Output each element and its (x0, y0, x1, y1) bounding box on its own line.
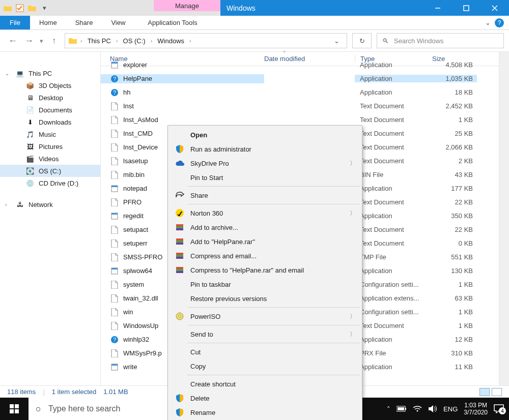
nav-item[interactable]: 🖥Desktop (0, 92, 100, 104)
file-row[interactable]: Inst Text Document 2,452 KB (101, 99, 509, 113)
ribbon-collapse-icon[interactable]: ⌄ (485, 19, 491, 26)
breadcrumb-item[interactable]: This PC (86, 37, 113, 45)
context-menu-item[interactable]: Compress and email... (169, 249, 361, 263)
clock[interactable]: 1:03 PM 3/7/2020 (464, 402, 488, 416)
shield-icon (174, 393, 185, 404)
file-row[interactable]: ?hh Application 18 KB (101, 85, 509, 99)
context-menu-item[interactable]: Share (169, 188, 361, 202)
file-type: Application (355, 336, 432, 343)
context-menu-label: Copy (190, 363, 361, 370)
wifi-icon[interactable] (413, 405, 422, 412)
ribbon-context-tab-manage[interactable]: Manage (154, 0, 220, 11)
file-name: splwow64 (123, 267, 152, 275)
rar-icon (174, 250, 185, 261)
checkbox-icon[interactable] (15, 4, 24, 13)
nav-item[interactable]: 🎬Videos (0, 153, 100, 165)
up-button[interactable]: ↑ (48, 35, 60, 46)
nav-item[interactable]: 💽OS (C:) (0, 165, 100, 177)
svg-rect-12 (111, 213, 118, 215)
ribbon-tab-application-tools[interactable]: Application Tools (138, 16, 206, 29)
back-button[interactable]: ← (7, 35, 18, 46)
file-size: 12 KB (432, 336, 477, 343)
nav-this-pc[interactable]: ⌄ 💻 This PC (0, 67, 100, 79)
nav-item[interactable]: 🖼Pictures (0, 140, 100, 153)
context-menu-item[interactable]: Add to "HelpPane.rar" (169, 234, 361, 249)
file-row[interactable]: Inst_AsMod Text Document 1 KB (101, 113, 509, 127)
file-icon (110, 321, 119, 331)
pc-icon: 💻 (15, 70, 24, 77)
context-menu-label: Open (190, 131, 361, 139)
context-menu-item[interactable]: Send to 〉 (169, 327, 361, 341)
context-menu-item[interactable]: Norton 360 〉 (169, 206, 361, 220)
context-menu-item[interactable]: Add to archive... (169, 220, 361, 234)
nav-item[interactable]: ⬇Downloads (0, 116, 100, 128)
ribbon: File Home Share View Application Tools ⌄… (0, 16, 509, 30)
battery-icon[interactable] (397, 406, 407, 412)
minimize-button[interactable] (423, 0, 452, 16)
nav-item[interactable]: 🎵Music (0, 128, 100, 140)
context-menu-item[interactable]: Open (169, 128, 361, 142)
context-menu-item[interactable]: Delete (169, 391, 361, 405)
file-name: win (123, 308, 133, 316)
context-menu-item[interactable]: Pin to taskbar (169, 277, 361, 291)
context-menu-item[interactable]: Copy (169, 359, 361, 373)
file-tab[interactable]: File (0, 16, 30, 29)
file-size: 11 KB (432, 363, 477, 371)
nav-network[interactable]: › 🖧 Network (0, 198, 100, 211)
file-type: Text Document (355, 226, 432, 233)
file-size: 1 KB (432, 308, 477, 316)
nav-label: Network (29, 201, 53, 208)
context-menu-item[interactable]: Cut (169, 345, 361, 359)
nav-item[interactable]: 💿CD Drive (D:) (0, 177, 100, 189)
svg-rect-2 (464, 6, 469, 11)
file-type: Application (355, 185, 432, 192)
nav-item[interactable]: 📦3D Objects (0, 79, 100, 92)
submenu-arrow-icon: 〉 (350, 330, 361, 339)
history-dropdown-icon[interactable]: ⌄ (329, 37, 344, 45)
file-icon (110, 349, 119, 358)
nav-child-icon: 🎵 (25, 131, 35, 138)
ribbon-tab-view[interactable]: View (102, 16, 134, 29)
file-icon (110, 280, 119, 289)
context-menu-item[interactable]: Pin to Start (169, 170, 361, 185)
address-bar[interactable]: › This PC › OS (C:) › Windows › ⌄ (65, 33, 347, 48)
context-menu-item[interactable]: PowerISO 〉 (169, 309, 361, 323)
context-menu-item[interactable]: SkyDrive Pro 〉 (169, 156, 361, 170)
breadcrumb-item[interactable]: OS (C:) (121, 37, 148, 45)
overflow-icon[interactable]: ▾ (40, 4, 49, 13)
start-button[interactable] (0, 404, 29, 414)
volume-icon[interactable] (428, 405, 437, 413)
view-details-button[interactable] (479, 388, 490, 396)
ribbon-tab-share[interactable]: Share (66, 16, 102, 29)
tray-overflow-icon[interactable]: ˄ (387, 405, 390, 413)
file-size: 177 KB (432, 185, 477, 192)
blank-icon (174, 378, 185, 389)
help-icon[interactable]: ? (495, 18, 504, 27)
context-menu-item[interactable]: Create shortcut (169, 377, 361, 391)
vertical-scrollbar[interactable] (499, 52, 509, 398)
nav-item[interactable]: 📄Documents (0, 104, 100, 116)
search-placeholder: Search Windows (394, 37, 444, 45)
context-menu-item[interactable]: Restore previous versions (169, 291, 361, 306)
ribbon-tab-home[interactable]: Home (30, 16, 66, 29)
file-size: 130 KB (432, 267, 477, 275)
context-menu-item[interactable]: Run as administrator (169, 142, 361, 156)
file-row[interactable]: explorer Application 4,508 KB (101, 58, 509, 72)
nav-label: Pictures (39, 143, 63, 151)
search-box[interactable]: 🔍︎ Search Windows (377, 33, 504, 48)
file-size: 43 KB (432, 171, 477, 178)
language-indicator[interactable]: ENG (443, 405, 458, 413)
close-button[interactable] (480, 0, 509, 16)
file-size: 2,452 KB (432, 102, 477, 110)
file-name: Inst_Device (123, 143, 158, 151)
view-large-icons-button[interactable] (492, 388, 502, 396)
context-menu-item[interactable]: Rename (169, 405, 361, 419)
forward-button[interactable]: → (23, 35, 35, 46)
breadcrumb-item[interactable]: Windows (155, 37, 186, 45)
context-menu-item[interactable]: Compress to "HelpPane.rar" and email (169, 263, 361, 277)
refresh-button[interactable]: ↻ (352, 33, 372, 48)
folder-icon (68, 37, 77, 45)
maximize-button[interactable] (452, 0, 480, 16)
file-row[interactable]: ?HelpPane Application 1,035 KB (101, 72, 509, 85)
action-center-icon[interactable]: 4 (494, 404, 504, 413)
